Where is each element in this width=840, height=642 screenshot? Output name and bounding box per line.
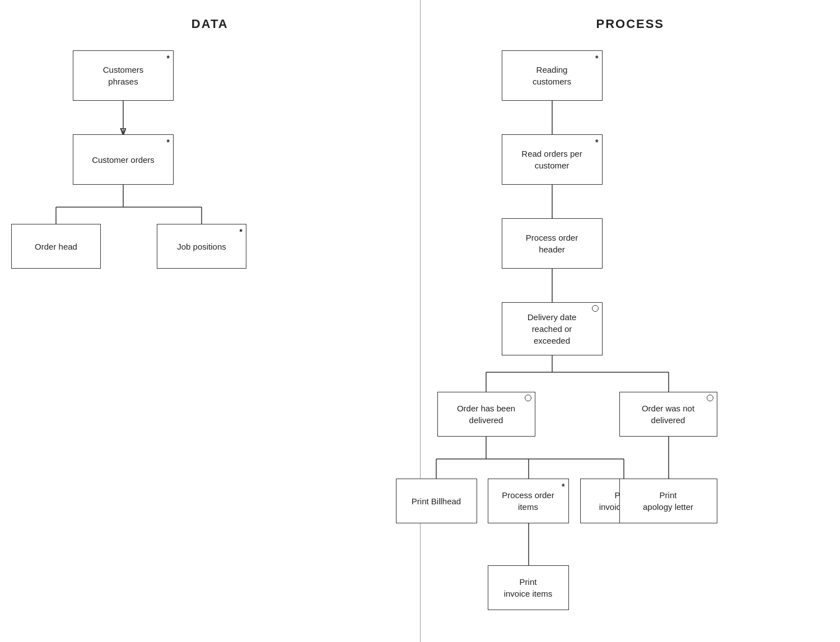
read-orders-per-customer-asterisk: * [595,137,598,148]
read-orders-per-customer-label: Read orders percustomer [521,148,582,171]
reading-customers-asterisk: * [595,53,598,64]
process-order-header-label: Process orderheader [526,232,578,255]
process-order-header-box: Process orderheader [502,218,603,269]
process-title: PROCESS [421,0,841,31]
delivery-date-circle [592,305,599,312]
customers-phrases-asterisk: * [167,53,170,64]
print-billhead-box: Print Billhead [396,479,477,523]
process-connectors [421,0,841,642]
read-orders-per-customer-box: Read orders percustomer * [502,134,603,185]
order-delivered-box: Order has beendelivered [437,392,535,437]
process-order-items-box: Process orderitems * [488,479,569,523]
delivery-date-box: Delivery datereached orexceeded [502,302,603,355]
print-billhead-label: Print Billhead [412,495,461,507]
customer-orders-box: Customer orders * [73,134,174,185]
process-order-items-asterisk: * [562,481,564,493]
order-delivered-label: Order has beendelivered [457,402,515,426]
customers-phrases-label: Customersphrases [103,64,144,87]
reading-customers-label: Readingcustomers [533,64,571,87]
print-invoice-items-box: Printinvoice items [488,565,569,610]
print-invoice-items-label: Printinvoice items [504,576,553,599]
delivery-date-label: Delivery datereached orexceeded [528,311,577,346]
job-positions-box: Job positions * [157,224,246,269]
print-apology-letter-box: Printapology letter [619,479,717,523]
order-not-delivered-label: Order was notdelivered [642,402,694,426]
print-apology-letter-label: Printapology letter [643,489,693,513]
order-head-label: Order head [35,241,77,252]
process-panel: PROCESS [421,0,841,642]
diagram-container: DATA Customersphrases * Cus [0,0,840,642]
data-panel: DATA Customersphrases * Cus [0,0,421,642]
customer-orders-asterisk: * [167,137,170,148]
data-connectors [0,0,420,642]
order-not-delivered-circle [707,395,713,401]
job-positions-asterisk: * [240,227,242,238]
order-head-box: Order head [11,224,101,269]
process-order-items-label: Process orderitems [502,489,554,513]
customers-phrases-box: Customersphrases * [73,50,174,101]
order-delivered-circle [525,395,531,401]
order-not-delivered-box: Order was notdelivered [619,392,717,437]
job-positions-label: Job positions [177,241,226,252]
customer-orders-label: Customer orders [92,154,155,166]
reading-customers-box: Readingcustomers * [502,50,603,101]
data-title: DATA [0,0,420,31]
